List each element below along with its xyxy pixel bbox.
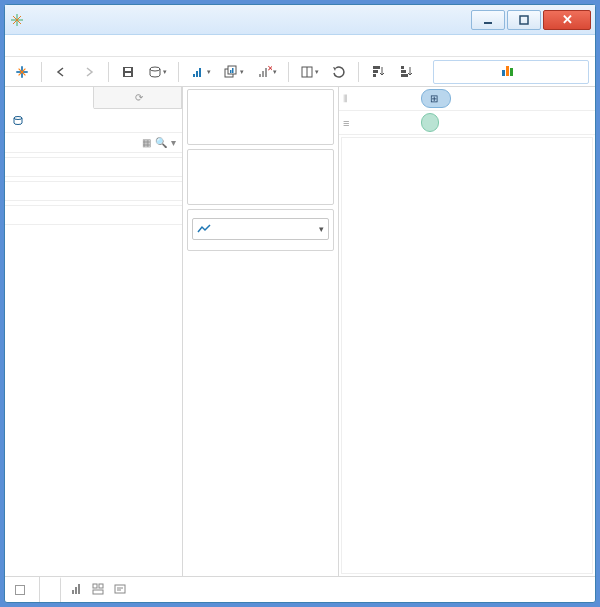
chart-title	[342, 138, 592, 146]
close-button[interactable]: ✕	[543, 10, 591, 30]
new-worksheet-icon[interactable]	[69, 582, 83, 598]
columns-icon: ⦀	[343, 92, 348, 105]
search-icon[interactable]: 🔍	[155, 137, 167, 148]
tableau-icon[interactable]	[11, 61, 33, 83]
sort-asc-button[interactable]	[367, 61, 389, 83]
maximize-button[interactable]	[507, 10, 541, 30]
undo-button[interactable]	[328, 61, 350, 83]
sort-desc-button[interactable]	[395, 61, 417, 83]
columns-shelf[interactable]: ⦀ ⊞	[339, 87, 595, 111]
rows-pill[interactable]	[421, 113, 439, 132]
svg-rect-28	[373, 70, 378, 73]
datasource-name[interactable]	[5, 109, 182, 133]
menu-icon[interactable]: ▾	[171, 137, 176, 148]
datasource-button[interactable]	[145, 61, 170, 83]
svg-rect-14	[193, 74, 195, 77]
tableau-logo-icon	[9, 12, 25, 28]
svg-rect-15	[196, 71, 198, 77]
svg-rect-16	[199, 68, 201, 77]
svg-rect-35	[75, 587, 77, 594]
svg-rect-40	[115, 585, 125, 593]
rows-icon: ≡	[343, 117, 349, 129]
svg-rect-21	[259, 74, 261, 77]
show-me-button[interactable]	[433, 60, 589, 84]
pages-shelf[interactable]	[187, 89, 334, 145]
filters-shelf[interactable]	[187, 149, 334, 205]
svg-rect-22	[262, 71, 264, 77]
svg-rect-39	[93, 590, 103, 594]
tab-analytics[interactable]: ⟳	[94, 87, 183, 108]
svg-rect-38	[99, 584, 103, 588]
toolbar: ✕	[5, 57, 595, 87]
svg-rect-19	[230, 70, 232, 73]
svg-rect-5	[520, 16, 528, 24]
view-icon[interactable]: ▦	[142, 137, 151, 148]
svg-point-33	[14, 116, 22, 119]
chevron-down-icon: ▾	[319, 224, 324, 234]
svg-rect-12	[125, 73, 131, 76]
shelves-pane: ▾	[183, 87, 339, 576]
svg-rect-11	[125, 68, 131, 71]
data-pane: ⟳ ▦🔍▾	[5, 87, 183, 576]
footer	[5, 576, 595, 602]
app-window: ✕ ✕	[4, 4, 596, 603]
swap-button[interactable]	[297, 61, 322, 83]
rows-shelf[interactable]: ≡	[339, 111, 595, 135]
svg-rect-29	[373, 66, 380, 69]
svg-rect-27	[373, 74, 376, 77]
svg-rect-20	[232, 68, 234, 73]
show-me-icon	[502, 65, 514, 79]
sets-header	[5, 181, 182, 201]
new-worksheet-button[interactable]	[187, 61, 214, 83]
sheet-tab[interactable]	[40, 577, 61, 602]
svg-point-13	[150, 67, 160, 71]
new-dashboard-icon[interactable]	[91, 582, 105, 598]
columns-pill[interactable]: ⊞	[421, 89, 451, 108]
svg-rect-37	[93, 584, 97, 588]
datasource-icon	[11, 115, 25, 127]
forward-button[interactable]	[78, 61, 100, 83]
menubar	[5, 35, 595, 57]
clear-button[interactable]: ✕	[253, 61, 280, 83]
view-pane: ⦀ ⊞ ≡	[339, 87, 595, 576]
expand-icon: ⊞	[430, 93, 438, 104]
titlebar[interactable]: ✕	[5, 5, 595, 35]
refresh-icon: ⟳	[135, 92, 143, 103]
svg-text:✕: ✕	[267, 65, 272, 73]
dimensions-header: ▦🔍▾	[5, 133, 182, 153]
line-mark-icon	[197, 223, 211, 235]
parameters-header	[5, 205, 182, 225]
minimize-button[interactable]	[471, 10, 505, 30]
datasource-tab[interactable]	[5, 577, 40, 602]
svg-rect-30	[401, 66, 404, 69]
measures-header	[5, 157, 182, 177]
svg-rect-31	[401, 70, 406, 73]
svg-rect-36	[78, 584, 80, 594]
svg-rect-32	[401, 74, 408, 77]
new-story-icon[interactable]	[113, 582, 127, 598]
back-button[interactable]	[50, 61, 72, 83]
mark-type-selector[interactable]: ▾	[192, 218, 329, 240]
chart-canvas[interactable]	[341, 137, 593, 574]
save-button[interactable]	[117, 61, 139, 83]
datasource-tab-icon	[15, 585, 25, 595]
duplicate-button[interactable]	[220, 61, 247, 83]
marks-card: ▾	[187, 209, 334, 251]
svg-rect-34	[72, 590, 74, 594]
tab-data[interactable]	[5, 87, 94, 109]
